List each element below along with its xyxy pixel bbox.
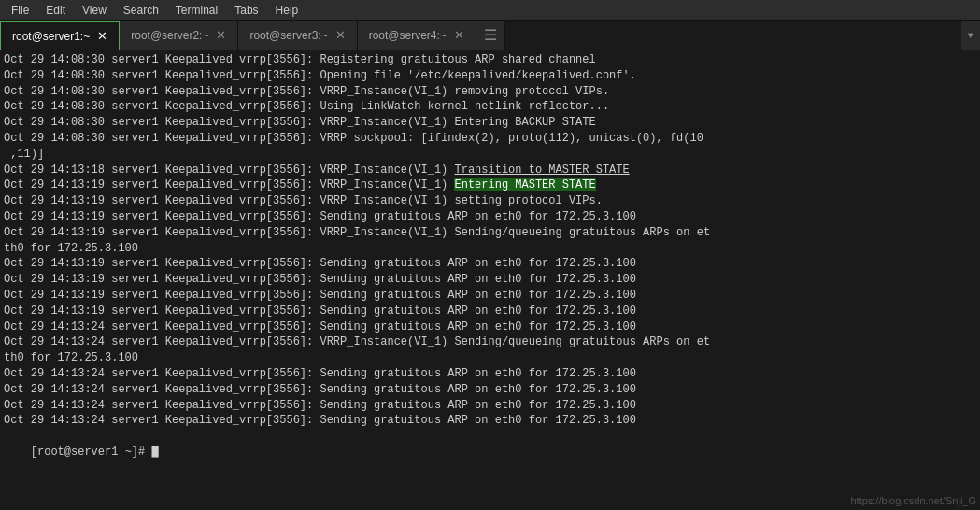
terminal-line: Oct 29 14:13:24 server1 Keepalived_vrrp[…	[4, 398, 976, 414]
new-tab-button[interactable]: ☰	[476, 21, 505, 50]
tab-scroll-button[interactable]: ▾	[961, 21, 980, 50]
terminal-area: Oct 29 14:08:30 server1 Keepalived_vrrp[…	[0, 50, 980, 510]
menu-bar: File Edit View Search Terminal Tabs Help	[0, 0, 980, 21]
menu-tabs[interactable]: Tabs	[227, 2, 265, 19]
tab-server4-label: root@server4:~	[369, 29, 447, 42]
tab-server1[interactable]: root@server1:~ ✕	[0, 21, 120, 50]
terminal-output: Oct 29 14:08:30 server1 Keepalived_vrrp[…	[4, 52, 976, 429]
terminal-line: Oct 29 14:13:19 server1 Keepalived_vrrp[…	[4, 304, 976, 319]
terminal-line: ,11)]	[4, 147, 976, 163]
tab-server4-close[interactable]: ✕	[454, 29, 464, 41]
terminal-line: Oct 29 14:13:19 server1 Keepalived_vrrp[…	[4, 177, 976, 193]
menu-edit[interactable]: Edit	[38, 2, 73, 19]
terminal-line: Oct 29 14:08:30 server1 Keepalived_vrrp[…	[4, 84, 976, 100]
menu-search[interactable]: Search	[116, 2, 166, 19]
terminal-line: Oct 29 14:13:24 server1 Keepalived_vrrp[…	[4, 334, 976, 350]
menu-view[interactable]: View	[75, 2, 114, 19]
menu-file[interactable]: File	[4, 2, 36, 19]
tab-bar: root@server1:~ ✕ root@server2:~ ✕ root@s…	[0, 21, 980, 50]
tab-server4[interactable]: root@server4:~ ✕	[358, 21, 476, 50]
tab-server3-close[interactable]: ✕	[335, 29, 346, 41]
terminal-line: Oct 29 14:08:30 server1 Keepalived_vrrp[…	[4, 68, 976, 84]
watermark: https://blog.csdn.net/Snji_G	[850, 495, 976, 506]
tab-server3-label: root@server3:~	[249, 29, 327, 42]
terminal-line: Oct 29 14:13:19 server1 Keepalived_vrrp[…	[4, 225, 976, 241]
terminal-line: Oct 29 14:08:30 server1 Keepalived_vrrp[…	[4, 131, 976, 147]
terminal-line: Oct 29 14:13:19 server1 Keepalived_vrrp[…	[4, 256, 976, 272]
terminal-line: Oct 29 14:13:24 server1 Keepalived_vrrp[…	[4, 366, 976, 382]
terminal-line: Oct 29 14:13:19 server1 Keepalived_vrrp[…	[4, 193, 976, 209]
menu-terminal[interactable]: Terminal	[168, 2, 225, 19]
tab-server2-label: root@server2:~	[131, 29, 208, 42]
terminal-line: Oct 29 14:13:18 server1 Keepalived_vrrp[…	[4, 163, 976, 178]
terminal-line: Oct 29 14:13:19 server1 Keepalived_vrrp[…	[4, 288, 976, 304]
terminal-line: Oct 29 14:13:19 server1 Keepalived_vrrp[…	[4, 209, 976, 225]
terminal-line: th0 for 172.25.3.100	[4, 241, 976, 257]
tab-server2[interactable]: root@server2:~ ✕	[120, 21, 238, 50]
prompt-text: [root@server1 ~]#	[31, 446, 152, 459]
tab-server2-close[interactable]: ✕	[216, 29, 226, 41]
terminal-line: Oct 29 14:13:24 server1 Keepalived_vrrp[…	[4, 382, 976, 398]
terminal-line: Oct 29 14:08:30 server1 Keepalived_vrrp[…	[4, 99, 976, 115]
terminal-line: Oct 29 14:08:30 server1 Keepalived_vrrp[…	[4, 115, 976, 131]
tab-server1-label: root@server1:~	[12, 30, 90, 43]
terminal-prompt: [root@server1 ~]# █	[4, 429, 976, 475]
terminal-line: Oct 29 14:13:24 server1 Keepalived_vrrp[…	[4, 319, 976, 335]
cursor: █	[151, 446, 158, 459]
tab-server3[interactable]: root@server3:~ ✕	[238, 21, 357, 50]
menu-help[interactable]: Help	[268, 2, 306, 19]
tab-server1-close[interactable]: ✕	[97, 30, 107, 42]
terminal-line: Oct 29 14:08:30 server1 Keepalived_vrrp[…	[4, 52, 976, 68]
terminal-line: th0 for 172.25.3.100	[4, 350, 976, 366]
terminal-line: Oct 29 14:13:19 server1 Keepalived_vrrp[…	[4, 272, 976, 288]
terminal-line: Oct 29 14:13:24 server1 Keepalived_vrrp[…	[4, 413, 976, 429]
